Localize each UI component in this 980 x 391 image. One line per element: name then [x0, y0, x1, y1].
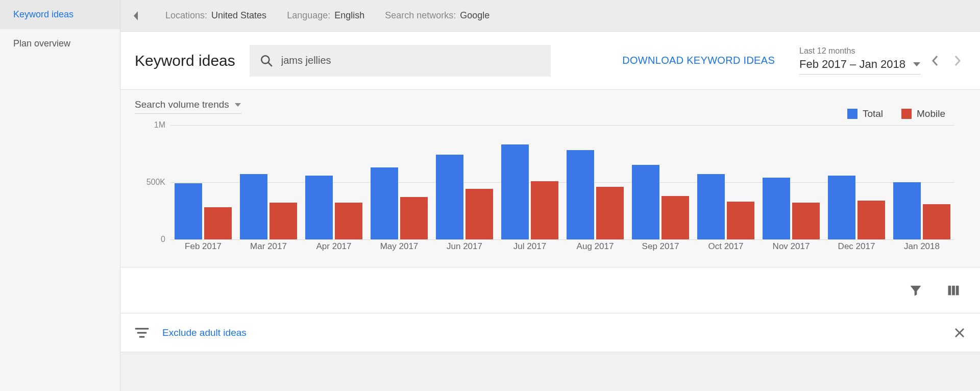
- setting-value: Google: [460, 10, 489, 21]
- chart-x-tick-label: Jan 2018: [889, 241, 954, 258]
- chart-bar-mobile: [727, 202, 754, 239]
- chart-x-tick-label: Oct 2017: [693, 241, 758, 258]
- sidebar: Keyword ideas Plan overview: [0, 0, 120, 391]
- chart-metric-label: Search volume trends: [135, 99, 229, 110]
- chart-bar-mobile: [270, 203, 297, 239]
- chart-bar-group: [889, 125, 954, 239]
- table-toolbar: [120, 267, 980, 313]
- chart-bar-total: [371, 167, 398, 239]
- filter-row: Exclude adult ideas: [120, 313, 980, 352]
- chart-x-tick-label: Apr 2017: [301, 241, 366, 258]
- svg-point-0: [261, 56, 269, 63]
- chart-legend: Total Mobile: [847, 108, 945, 119]
- chevron-left-icon: [132, 10, 139, 21]
- chart-bar-total: [501, 144, 529, 239]
- svg-rect-3: [952, 285, 955, 295]
- chart-bar-group: [758, 125, 824, 239]
- page-title: Keyword ideas: [135, 52, 235, 69]
- chart-bar-group: [562, 125, 628, 239]
- chart-bar-mobile: [923, 204, 950, 239]
- exclude-adult-ideas-link[interactable]: Exclude adult ideas: [162, 327, 247, 338]
- chart-bar-total: [697, 174, 725, 239]
- download-keyword-ideas-link[interactable]: DOWNLOAD KEYWORD IDEAS: [622, 55, 775, 66]
- legend-label: Total: [863, 108, 883, 119]
- chart-bar-group: [432, 125, 497, 239]
- chart-bar-mobile: [596, 187, 624, 239]
- chart-bar-total: [632, 165, 659, 239]
- chart-x-tick-label: Dec 2017: [824, 241, 889, 258]
- chart-wrap: Search volume trends Total Mobile: [135, 99, 966, 258]
- sidebar-item-keyword-ideas[interactable]: Keyword ideas: [0, 0, 120, 29]
- chart-metric-dropdown[interactable]: Search volume trends: [135, 99, 241, 114]
- collapse-sidebar-button[interactable]: [127, 7, 145, 25]
- chart-bar-group: [301, 125, 366, 239]
- chart-bar-group: [824, 125, 889, 239]
- chart-bar-group: [693, 125, 758, 239]
- chart-bar-total: [828, 176, 855, 239]
- sidebar-item-label: Plan overview: [13, 38, 70, 48]
- setting-value: English: [334, 10, 364, 21]
- setting-locations[interactable]: Locations: United States: [165, 10, 266, 21]
- chart-y-tick-label: 1M: [135, 120, 165, 130]
- header-row: Keyword ideas DOWNLOAD KEYWORD IDEAS Las…: [120, 32, 980, 90]
- chart-bar-total: [763, 178, 790, 239]
- chart-bar-group: [366, 125, 432, 239]
- chart-x-tick-label: Jun 2017: [432, 241, 497, 258]
- chart-bar-group: [497, 125, 562, 239]
- svg-rect-2: [948, 285, 951, 295]
- legend-item-total: Total: [847, 108, 883, 119]
- setting-value: United States: [211, 10, 266, 21]
- date-range-next-button[interactable]: [949, 53, 966, 69]
- chart-bars: [170, 125, 954, 239]
- date-range-picker[interactable]: Last 12 months Feb 2017 – Jan 2018: [799, 46, 966, 75]
- chart-bar-mobile: [400, 197, 428, 239]
- close-filter-button[interactable]: [953, 327, 966, 339]
- chevron-left-icon: [932, 55, 939, 66]
- keyword-search-box[interactable]: [250, 45, 551, 77]
- legend-swatch-mobile: [901, 109, 912, 119]
- chart-bar-total: [240, 174, 267, 239]
- filter-list-icon: [135, 327, 149, 338]
- settings-bar: Locations: United States Language: Engli…: [120, 0, 980, 32]
- legend-item-mobile: Mobile: [901, 108, 945, 119]
- chart-bar-total: [175, 183, 202, 239]
- keyword-search-input[interactable]: [281, 55, 541, 66]
- dropdown-caret-icon: [913, 62, 921, 67]
- chart-x-tick-label: Jul 2017: [497, 241, 562, 258]
- sidebar-item-label: Keyword ideas: [13, 9, 74, 19]
- columns-button[interactable]: [945, 282, 962, 299]
- chart-x-tick-label: Mar 2017: [236, 241, 301, 258]
- sidebar-item-plan-overview[interactable]: Plan overview: [0, 29, 120, 58]
- chart-bar-total: [436, 155, 463, 239]
- chart-card: Search volume trends Total Mobile: [120, 90, 980, 267]
- chart-bar-group: [628, 125, 693, 239]
- setting-networks[interactable]: Search networks: Google: [385, 10, 489, 21]
- chart-bar-mobile: [792, 203, 820, 239]
- svg-rect-4: [956, 285, 959, 295]
- chevron-right-icon: [954, 55, 961, 66]
- search-volume-chart: Feb 2017Mar 2017Apr 2017May 2017Jun 2017…: [135, 125, 966, 258]
- filter-button[interactable]: [908, 282, 924, 299]
- chart-bar-group: [170, 125, 236, 239]
- setting-language[interactable]: Language: English: [287, 10, 364, 21]
- legend-swatch-total: [847, 109, 857, 119]
- main-content: Locations: United States Language: Engli…: [120, 0, 980, 391]
- date-range-label: Last 12 months: [799, 46, 921, 56]
- chart-x-tick-label: Sep 2017: [628, 241, 693, 258]
- legend-label: Mobile: [917, 108, 945, 119]
- chart-bar-mobile: [335, 203, 362, 239]
- chart-x-tick-label: May 2017: [366, 241, 432, 258]
- svg-line-1: [268, 62, 272, 66]
- chart-bar-mobile: [531, 181, 558, 239]
- close-icon: [953, 327, 966, 339]
- chart-x-labels: Feb 2017Mar 2017Apr 2017May 2017Jun 2017…: [170, 241, 954, 258]
- chart-bar-mobile: [465, 189, 493, 239]
- chart-bar-mobile: [662, 196, 689, 239]
- chart-x-tick-label: Nov 2017: [758, 241, 824, 258]
- chart-bar-mobile: [857, 201, 885, 239]
- date-range-prev-button[interactable]: [927, 53, 943, 69]
- search-icon: [260, 54, 273, 67]
- setting-label: Search networks:: [385, 10, 456, 21]
- chart-y-tick-label: 500K: [135, 178, 165, 187]
- chart-bar-total: [305, 176, 333, 239]
